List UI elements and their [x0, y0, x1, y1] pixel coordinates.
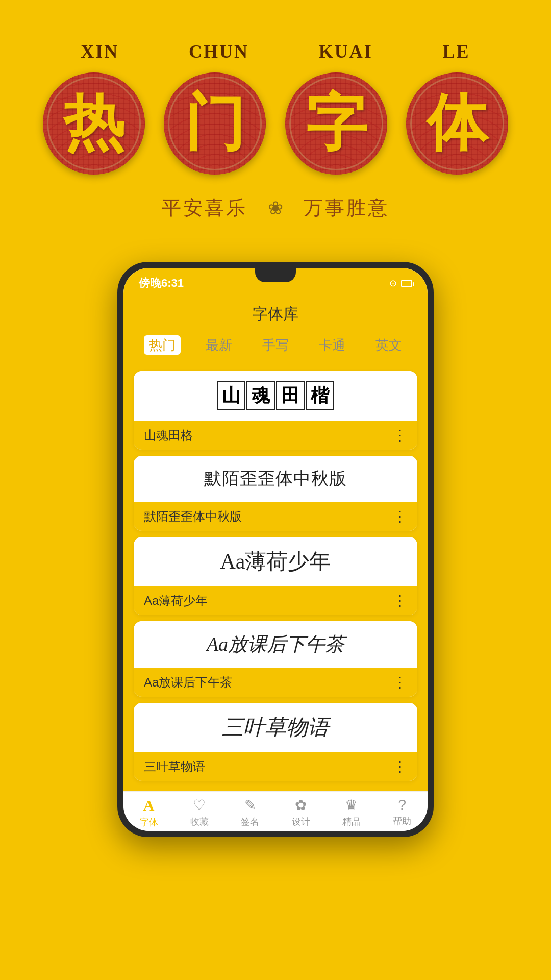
- top-section: XIN CHUN KUAI LE 热 门 字 体 平安喜乐 ❀ 万事胜意: [0, 0, 551, 262]
- header-title: 字体库: [253, 305, 298, 322]
- font-preview-1: 山 魂 田 楷: [134, 371, 417, 421]
- preview-text-2: 默陌歪歪体中秋版: [204, 467, 347, 491]
- nav-premium[interactable]: ♛ 精品: [326, 797, 377, 828]
- font-card-4[interactable]: Aa放课后下午茶 Aa放课后下午茶 ⋮: [134, 621, 417, 697]
- nav-favorites[interactable]: ♡ 收藏: [174, 797, 224, 828]
- lotus-icon: ❀: [268, 198, 283, 219]
- tabs-row[interactable]: 热门 最新 手写 卡通 英文: [123, 332, 428, 366]
- subtitle-row: 平安喜乐 ❀ 万事胜意: [162, 195, 389, 221]
- circle-ti: 体: [406, 72, 508, 175]
- circle-re: 热: [43, 72, 145, 175]
- nav-label-favorites: 收藏: [190, 816, 209, 828]
- font-name-4: Aa放课后下午茶: [144, 674, 232, 691]
- font-preview-3: Aa薄荷少年: [134, 537, 417, 586]
- labels-row: XIN CHUN KUAI LE: [46, 41, 505, 62]
- font-card-3[interactable]: Aa薄荷少年 Aa薄荷少年 ⋮: [134, 537, 417, 615]
- nav-icon-premium: ♛: [345, 797, 358, 814]
- font-footer-3: Aa薄荷少年 ⋮: [134, 586, 417, 615]
- tab-handwriting[interactable]: 手写: [247, 332, 304, 358]
- more-button-1[interactable]: ⋮: [393, 427, 407, 444]
- nav-icon-help: ?: [398, 797, 407, 813]
- font-card-1[interactable]: 山 魂 田 楷 山魂田格 ⋮: [134, 371, 417, 450]
- font-preview-4: Aa放课后下午茶: [134, 621, 417, 668]
- nav-fonts[interactable]: A 字体: [123, 797, 174, 828]
- nav-icon-design: ✿: [295, 797, 307, 814]
- font-preview-5: 三叶草物语: [134, 703, 417, 752]
- font-footer-2: 默陌歪歪体中秋版 ⋮: [134, 502, 417, 531]
- circle-zi: 字: [285, 72, 387, 175]
- nav-design[interactable]: ✿ 设计: [276, 797, 326, 828]
- circles-row: 热 门 字 体: [33, 72, 518, 175]
- phone-frame: 傍晚6:31 ⊙ 字体库 热门 最新 手写: [117, 262, 434, 837]
- preview-text-5: 三叶草物语: [222, 713, 329, 742]
- font-footer-4: Aa放课后下午茶 ⋮: [134, 668, 417, 697]
- label-chun: CHUN: [189, 41, 249, 62]
- tc-1: 山: [217, 381, 245, 410]
- nav-label-premium: 精品: [342, 816, 361, 828]
- nav-label-help: 帮助: [393, 815, 411, 827]
- more-button-4[interactable]: ⋮: [393, 674, 407, 691]
- notch: [255, 268, 296, 282]
- nav-label-fonts: 字体: [140, 816, 158, 828]
- battery-icon: [401, 280, 412, 287]
- nav-icon-fonts: A: [143, 797, 155, 814]
- font-footer-1: 山魂田格 ⋮: [134, 421, 417, 450]
- phone-inner: 傍晚6:31 ⊙ 字体库 热门 最新 手写: [123, 268, 428, 831]
- status-bar: 傍晚6:31 ⊙: [123, 268, 428, 299]
- status-icons: ⊙: [389, 278, 412, 289]
- nav-icon-favorites: ♡: [193, 797, 206, 814]
- status-time: 傍晚6:31: [139, 276, 184, 291]
- nav-icon-signature: ✎: [244, 797, 256, 814]
- tc-4: 楷: [306, 381, 334, 410]
- tab-english[interactable]: 英文: [361, 332, 417, 358]
- bottom-nav: A 字体 ♡ 收藏 ✎ 签名 ✿ 设计 ♛ 精品: [123, 791, 428, 831]
- label-xin: XIN: [81, 41, 119, 62]
- wifi-icon: ⊙: [389, 278, 397, 289]
- font-footer-5: 三叶草物语 ⋮: [134, 752, 417, 781]
- nav-signature[interactable]: ✎ 签名: [225, 797, 276, 828]
- tc-2: 魂: [246, 381, 275, 410]
- subtitle-right: 万事胜意: [304, 195, 389, 221]
- phone-wrapper: 傍晚6:31 ⊙ 字体库 热门 最新 手写: [0, 262, 551, 878]
- tab-hot[interactable]: 热门: [134, 332, 190, 358]
- nav-label-signature: 签名: [241, 816, 259, 828]
- font-list: 山 魂 田 楷 山魂田格 ⋮ 默陌歪歪体中秋版: [123, 366, 428, 791]
- font-preview-2: 默陌歪歪体中秋版: [134, 456, 417, 502]
- font-name-3: Aa薄荷少年: [144, 593, 208, 609]
- font-card-2[interactable]: 默陌歪歪体中秋版 默陌歪歪体中秋版 ⋮: [134, 456, 417, 531]
- label-kuai: KUAI: [319, 41, 373, 62]
- tab-new[interactable]: 最新: [190, 332, 247, 358]
- tab-cartoon[interactable]: 卡通: [304, 332, 361, 358]
- subtitle-left: 平安喜乐: [162, 195, 247, 221]
- nav-label-design: 设计: [292, 816, 310, 828]
- more-button-5[interactable]: ⋮: [393, 758, 407, 775]
- tiange-box: 山 魂 田 楷: [217, 381, 334, 410]
- nav-help[interactable]: ? 帮助: [377, 797, 428, 828]
- font-card-5[interactable]: 三叶草物语 三叶草物语 ⋮: [134, 703, 417, 781]
- font-name-2: 默陌歪歪体中秋版: [144, 508, 242, 525]
- preview-text-4: Aa放课后下午茶: [207, 631, 344, 657]
- more-button-2[interactable]: ⋮: [393, 508, 407, 525]
- circle-men: 门: [164, 72, 266, 175]
- font-name-5: 三叶草物语: [144, 758, 205, 775]
- app-header: 字体库: [123, 299, 428, 332]
- tc-3: 田: [276, 381, 305, 410]
- font-name-1: 山魂田格: [144, 427, 193, 444]
- more-button-3[interactable]: ⋮: [393, 592, 407, 609]
- preview-text-3: Aa薄荷少年: [220, 547, 331, 576]
- label-le: LE: [443, 41, 470, 62]
